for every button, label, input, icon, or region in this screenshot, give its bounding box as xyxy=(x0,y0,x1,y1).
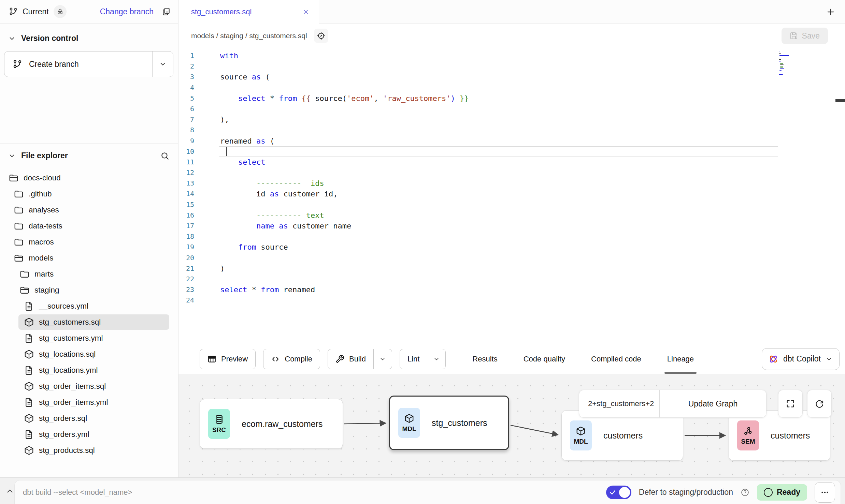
tab-code-quality[interactable]: Code quality xyxy=(524,344,565,374)
code-line-6[interactable]: 6 xyxy=(178,104,845,114)
code-line-7[interactable]: 7), xyxy=(178,114,845,125)
tree-item-label: stg_order_items.yml xyxy=(39,398,108,407)
mdl-badge: MDL xyxy=(398,408,420,438)
tab-results[interactable]: Results xyxy=(472,344,497,374)
code-line-13[interactable]: 13 ---------- ids xyxy=(178,178,845,189)
code-line-15[interactable]: 15 xyxy=(178,199,845,210)
tree-item-stg-customers-yml[interactable]: stg_customers.yml xyxy=(0,330,178,346)
ide-status-badge[interactable]: Ready xyxy=(757,484,807,501)
compile-button[interactable]: Compile xyxy=(263,349,320,369)
minimap[interactable] xyxy=(779,51,799,76)
scrollbar-thumb[interactable] xyxy=(835,99,845,102)
code-line-24[interactable]: 24 xyxy=(178,295,845,306)
database-icon xyxy=(214,414,224,425)
create-branch-main[interactable]: Create branch xyxy=(4,51,152,77)
tab-stg-customers-sql[interactable]: stg_customers.sql xyxy=(178,0,319,24)
tree-item-macros[interactable]: macros xyxy=(0,234,178,250)
tree-item-stg-orders-sql[interactable]: stg_orders.sql xyxy=(0,410,178,426)
code-line-2[interactable]: 2 xyxy=(178,61,845,72)
create-branch-button[interactable]: Create branch xyxy=(4,51,173,77)
badge-label: SRC xyxy=(212,426,226,434)
code-line-4[interactable]: 4 xyxy=(178,83,845,93)
tree-item-models[interactable]: models xyxy=(0,250,178,266)
expand-panel-button[interactable] xyxy=(5,487,14,495)
code-line-14[interactable]: 14 id as customer_id, xyxy=(178,189,845,199)
lineage-selector-input[interactable]: 2+stg_customers+2 xyxy=(579,390,659,417)
code-line-16[interactable]: 16 ---------- text xyxy=(178,210,845,221)
code-line-1[interactable]: 1with xyxy=(178,50,845,61)
code-line-9[interactable]: 9renamed as ( xyxy=(178,136,845,146)
help-icon[interactable] xyxy=(741,488,749,497)
build-button[interactable]: Build xyxy=(328,349,392,369)
new-tab-button[interactable] xyxy=(826,7,835,17)
code-line-20[interactable]: 20 xyxy=(178,253,845,263)
refresh-button[interactable] xyxy=(807,390,832,418)
cube-icon xyxy=(404,413,414,424)
tree-item-label: stg_locations.yml xyxy=(39,366,98,375)
defer-toggle[interactable] xyxy=(606,486,631,499)
tab-lineage[interactable]: Lineage xyxy=(667,344,694,374)
preview-button[interactable]: Preview xyxy=(200,349,256,369)
code-editor[interactable]: 1with23source as (45 select * from {{ so… xyxy=(178,48,845,344)
tree-item-stg-locations-sql[interactable]: stg_locations.sql xyxy=(0,346,178,362)
tree-item-stg-products-sql[interactable]: stg_products.sql xyxy=(0,442,178,458)
code-line-17[interactable]: 17 name as customer_name xyxy=(178,221,845,231)
more-options-button[interactable] xyxy=(815,482,835,503)
change-branch-link[interactable]: Change branch xyxy=(100,7,154,16)
lint-dropdown[interactable] xyxy=(427,349,445,369)
code-line-23[interactable]: 23select * from renamed xyxy=(178,284,845,295)
explore-button[interactable] xyxy=(314,29,328,43)
tree-item-data-tests[interactable]: data-tests xyxy=(0,218,178,234)
lineage-node-customers-model[interactable]: MDL customers xyxy=(561,410,683,461)
lineage-panel[interactable]: SRC ecom.raw_customers MDL stg_customers xyxy=(178,374,845,477)
line-number: 21 xyxy=(178,263,203,274)
code-line-5[interactable]: 5 select * from {{ source('ecom', 'raw_c… xyxy=(178,93,845,104)
code-line-22[interactable]: 22 xyxy=(178,274,845,284)
tree-item-stg-customers-sql[interactable]: stg_customers.sql xyxy=(0,314,178,330)
command-bar[interactable]: dbt build --select <model_name> Defer to… xyxy=(14,480,841,504)
copy-icon[interactable] xyxy=(162,7,171,16)
lint-button[interactable]: Lint xyxy=(400,349,446,369)
code-line-10[interactable]: 10 xyxy=(178,146,845,157)
build-dropdown[interactable] xyxy=(373,349,392,369)
command-input[interactable]: dbt build --select <model_name> xyxy=(23,488,132,497)
save-button[interactable]: Save xyxy=(782,28,828,44)
dbt-copilot-button[interactable]: dbt Copilot xyxy=(762,348,840,370)
tree-item-analyses[interactable]: analyses xyxy=(0,202,178,218)
tree-item-stg-order-items-yml[interactable]: stg_order_items.yml xyxy=(0,394,178,410)
update-graph-button[interactable]: Update Graph xyxy=(659,390,766,417)
code-line-11[interactable]: 11 select xyxy=(178,157,845,167)
lineage-node-customers-semantic[interactable]: SEM customers xyxy=(729,410,830,461)
tree-item-stg-locations-yml[interactable]: stg_locations.yml xyxy=(0,362,178,378)
lineage-node-source-raw-customers[interactable]: SRC ecom.raw_customers xyxy=(200,399,343,449)
tree-item--sources-yml[interactable]: __sources.yml xyxy=(0,298,178,314)
close-icon[interactable] xyxy=(302,9,309,15)
tree-item-marts[interactable]: marts xyxy=(0,266,178,282)
tree-item-stg-order-items-sql[interactable]: stg_order_items.sql xyxy=(0,378,178,394)
tree-item-docs-cloud[interactable]: docs-cloud xyxy=(0,170,178,186)
file-explorer-title: File explorer xyxy=(21,151,68,160)
code-line-3[interactable]: 3source as ( xyxy=(178,72,845,82)
code-line-8[interactable]: 8 xyxy=(178,125,845,135)
status-circle-icon xyxy=(764,488,773,497)
code-line-21[interactable]: 21) xyxy=(178,263,845,274)
code-line-18[interactable]: 18 xyxy=(178,231,845,242)
line-number: 19 xyxy=(178,242,203,252)
create-branch-dropdown[interactable] xyxy=(152,51,173,77)
breadcrumb-row: models / staging / stg_customers.sql Sav… xyxy=(178,24,845,48)
search-icon[interactable] xyxy=(160,151,169,160)
tree-item--github[interactable]: .github xyxy=(0,186,178,202)
lineage-node-stg-customers[interactable]: MDL stg_customers xyxy=(389,396,509,450)
line-number: 20 xyxy=(178,253,203,263)
file-explorer-header[interactable]: File explorer xyxy=(0,144,178,160)
version-control-header[interactable]: Version control xyxy=(0,24,178,43)
fullscreen-button[interactable] xyxy=(778,390,803,418)
tree-item-label: models xyxy=(29,254,54,263)
tree-item-label: stg_orders.yml xyxy=(39,430,89,439)
code-line-12[interactable]: 12 xyxy=(178,167,845,178)
tree-item-staging[interactable]: staging xyxy=(0,282,178,298)
tree-item-stg-orders-yml[interactable]: stg_orders.yml xyxy=(0,426,178,442)
tab-compiled-code[interactable]: Compiled code xyxy=(591,344,641,374)
line-text: select xyxy=(220,157,265,167)
code-line-19[interactable]: 19 from source xyxy=(178,242,845,252)
